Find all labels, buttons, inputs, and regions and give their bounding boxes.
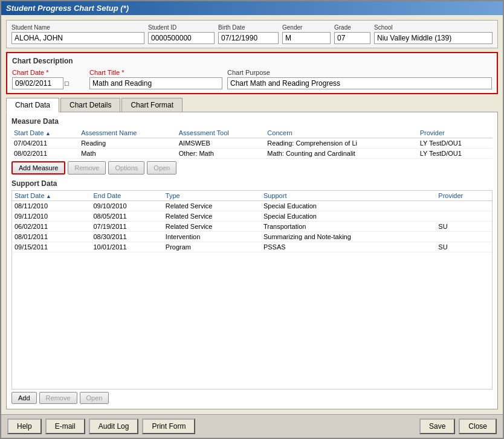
tab-content: Measure Data Start Date Assessment Name … (6, 112, 498, 409)
student-info-section: Student Name ALOHA, JOHN Student ID 0000… (6, 20, 498, 48)
measure-col-start-date: Start Date (11, 128, 79, 138)
support-table-header-row: Start Date End Date Type Support Provide… (12, 191, 492, 201)
tabs-section: Chart Data Chart Details Chart Format Me… (6, 98, 498, 409)
tab-chart-data[interactable]: Chart Data (6, 98, 59, 112)
content-area: Student Name ALOHA, JOHN Student ID 0000… (1, 15, 503, 414)
support-col-provider: Provider (436, 191, 492, 201)
cell-type: Intervention (163, 232, 261, 242)
school-label: School (374, 24, 493, 31)
support-remove-button[interactable]: Remove (39, 392, 77, 404)
audit-log-button[interactable]: Audit Log (89, 418, 139, 434)
support-button-row: Add Remove Open (11, 392, 493, 404)
gender-value: M (282, 32, 331, 44)
support-table-wrapper[interactable]: Start Date End Date Type Support Provide… (11, 190, 493, 389)
measure-col-assessment-name: Assessment Name (79, 128, 176, 138)
student-info-grid: Student Name ALOHA, JOHN Student ID 0000… (11, 24, 493, 44)
measure-open-button[interactable]: Open (147, 161, 176, 175)
cell-start-date: 06/02/2011 (12, 222, 91, 232)
list-item[interactable]: 08/11/2010 09/10/2010 Related Service Sp… (12, 201, 492, 211)
bottom-bar: Help E-mail Audit Log Print Form Save Cl… (1, 414, 503, 438)
cell-type: Program (163, 242, 261, 252)
student-id-field: Student ID 0000500000 (148, 24, 215, 44)
gender-label: Gender (282, 24, 331, 31)
cell-provider: LY TestD/OU1 (418, 149, 493, 159)
cell-assessment-name: Reading (79, 138, 176, 149)
cell-support: Special Education (261, 201, 436, 211)
birth-date-label: Birth Date (218, 24, 279, 31)
list-item[interactable]: 09/11/2010 08/05/2011 Related Service Sp… (12, 211, 492, 222)
chart-title-label: Chart Title * (89, 69, 222, 76)
title-bar: Student Progress Chart Setup (*) (1, 1, 503, 15)
support-data-section: Support Data Start Date End Date Type Su… (11, 179, 493, 404)
support-data-label: Support Data (11, 179, 493, 188)
support-open-button[interactable]: Open (80, 392, 109, 404)
table-row[interactable]: 07/04/2011 Reading AIMSWEB Reading: Comp… (11, 138, 493, 149)
cell-concern: Math: Counting and Cardinalit (265, 149, 417, 159)
bottom-left-buttons: Help E-mail Audit Log Print Form (7, 418, 195, 434)
gender-field: Gender M (282, 24, 331, 44)
chart-title-input[interactable] (89, 77, 222, 89)
cell-provider (436, 201, 492, 211)
measure-table-body: 07/04/2011 Reading AIMSWEB Reading: Comp… (11, 138, 493, 159)
calendar-icon[interactable]: □ (65, 80, 69, 87)
cell-end-date: 10/01/2011 (91, 242, 163, 252)
support-data-table: Start Date End Date Type Support Provide… (12, 191, 492, 252)
measure-col-provider: Provider (418, 128, 493, 138)
help-button[interactable]: Help (7, 418, 42, 434)
student-name-value: ALOHA, JOHN (11, 32, 144, 44)
cell-provider: LY TestD/OU1 (418, 138, 493, 149)
cell-provider: SU (436, 222, 492, 232)
support-add-button[interactable]: Add (11, 392, 37, 404)
chart-purpose-group: Chart Purpose (227, 69, 492, 89)
measure-data-section: Measure Data Start Date Assessment Name … (11, 117, 493, 175)
save-button[interactable]: Save (419, 418, 455, 434)
close-button[interactable]: Close (459, 418, 497, 434)
chart-desc-grid: Chart Date * □ Chart Title * Chart Purpo… (12, 69, 492, 89)
chart-date-input[interactable] (12, 77, 63, 89)
cell-assessment-name: Math (79, 149, 176, 159)
measure-col-concern: Concern (265, 128, 417, 138)
chart-date-wrapper: □ (12, 77, 85, 89)
cell-start-date: 08/02/2011 (11, 149, 79, 159)
chart-date-group: Chart Date * □ (12, 69, 85, 89)
measure-data-table: Start Date Assessment Name Assessment To… (11, 128, 493, 159)
tab-chart-details[interactable]: Chart Details (60, 98, 120, 112)
cell-start-date: 08/11/2010 (12, 201, 91, 211)
grade-value: 07 (334, 32, 370, 44)
cell-support: Transportation (261, 222, 436, 232)
measure-remove-button[interactable]: Remove (68, 161, 106, 175)
chart-desc-label: Chart Description (12, 57, 492, 65)
birth-date-field: Birth Date 07/12/1990 (218, 24, 279, 44)
print-form-button[interactable]: Print Form (142, 418, 195, 434)
birth-date-value: 07/12/1990 (218, 32, 279, 44)
cell-support: PSSAS (261, 242, 436, 252)
list-item[interactable]: 09/15/2011 10/01/2011 Program PSSAS SU (12, 242, 492, 252)
list-item[interactable]: 08/01/2011 08/30/2011 Intervention Summa… (12, 232, 492, 242)
chart-purpose-label: Chart Purpose (227, 69, 492, 76)
cell-type: Related Service (163, 222, 261, 232)
add-measure-button[interactable]: Add Measure (11, 161, 65, 175)
table-row[interactable]: 08/02/2011 Math Other: Math Math: Counti… (11, 149, 493, 159)
cell-support: Summarizing and Note-taking (261, 232, 436, 242)
grade-label: Grade (334, 24, 370, 31)
school-value: Niu Valley Middle (139) (374, 32, 493, 44)
measure-table-header-row: Start Date Assessment Name Assessment To… (11, 128, 493, 138)
window-title: Student Progress Chart Setup (*) (6, 4, 129, 13)
cell-type: Related Service (163, 201, 261, 211)
cell-assessment-tool: AIMSWEB (176, 138, 265, 149)
tab-bar: Chart Data Chart Details Chart Format (6, 98, 498, 112)
support-col-type: Type (163, 191, 261, 201)
tab-chart-format[interactable]: Chart Format (121, 98, 183, 112)
cell-end-date: 08/05/2011 (91, 211, 163, 222)
cell-provider (436, 232, 492, 242)
support-col-start-date: Start Date (12, 191, 91, 201)
cell-start-date: 08/01/2011 (12, 232, 91, 242)
measure-options-button[interactable]: Options (108, 161, 144, 175)
cell-concern: Reading: Comprehension of Li (265, 138, 417, 149)
student-name-field: Student Name ALOHA, JOHN (11, 24, 144, 44)
bottom-right-buttons: Save Close (419, 418, 497, 434)
grade-field: Grade 07 (334, 24, 370, 44)
email-button[interactable]: E-mail (45, 418, 85, 434)
chart-purpose-input[interactable] (227, 77, 492, 89)
list-item[interactable]: 06/02/2011 07/19/2011 Related Service Tr… (12, 222, 492, 232)
